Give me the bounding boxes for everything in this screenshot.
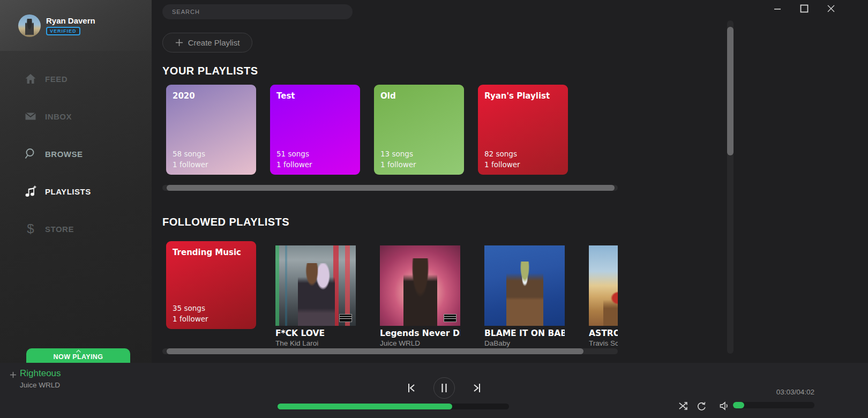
minimize-icon bbox=[774, 5, 781, 12]
track-artist[interactable]: Juice WRLD bbox=[20, 381, 60, 389]
playlist-card-2020[interactable]: 2020 58 songs 1 follower bbox=[166, 85, 256, 175]
scrollbar-thumb[interactable] bbox=[727, 27, 734, 155]
time-display: 03:03/04:02 bbox=[745, 388, 814, 396]
vertical-scrollbar[interactable] bbox=[727, 20, 734, 354]
playlist-title: Test bbox=[276, 91, 354, 101]
playlist-songs: 35 songs bbox=[173, 303, 208, 314]
plus-icon bbox=[175, 39, 183, 47]
playlist-followers: 1 follower bbox=[484, 159, 520, 170]
now-playing-label: NOW PLAYING bbox=[54, 353, 103, 361]
horizontal-scrollbar-your-playlists[interactable] bbox=[162, 185, 618, 191]
album-artist: The Kid Laroi bbox=[275, 339, 356, 347]
sidebar-item-label: INBOX bbox=[45, 112, 72, 121]
album-item-astroworld[interactable]: ASTROWORLD Travis Scott bbox=[589, 245, 618, 351]
album-item-blame-it-on-baby[interactable]: BLAME IT ON BABY DaBaby bbox=[484, 245, 565, 351]
album-art bbox=[484, 245, 565, 326]
sidebar-item-label: PLAYLISTS bbox=[45, 187, 91, 196]
sidebar: Ryan Davern VERIFIED FEED INBOX bbox=[0, 0, 152, 363]
main-content: Create Playlist YOUR PLAYLISTS 2020 58 s… bbox=[152, 0, 868, 363]
playlist-followers: 1 follower bbox=[276, 159, 312, 170]
playlist-card-old[interactable]: Old 13 songs 1 follower bbox=[374, 85, 464, 175]
sidebar-item-feed[interactable]: FEED bbox=[0, 67, 152, 91]
create-playlist-button[interactable]: Create Playlist bbox=[162, 33, 252, 53]
speaker-icon bbox=[719, 401, 730, 411]
parental-advisory-label bbox=[444, 314, 457, 322]
album-title: BLAME IT ON BABY bbox=[484, 329, 565, 338]
parental-advisory-label bbox=[339, 314, 352, 322]
playlist-followers: 1 follower bbox=[380, 159, 416, 170]
playlist-card-test[interactable]: Test 51 songs 1 follower bbox=[270, 85, 360, 175]
volume-fill bbox=[733, 402, 744, 408]
user-meta: Ryan Davern VERIFIED bbox=[46, 16, 95, 35]
album-title: ASTROWORLD bbox=[589, 329, 618, 338]
playlist-card-ryans-playlist[interactable]: Ryan's Playlist 82 songs 1 follower bbox=[478, 85, 568, 175]
your-playlists-row: 2020 58 songs 1 follower Test 51 songs 1… bbox=[166, 85, 582, 175]
album-item-fck-love[interactable]: F*CK LOVE The Kid Laroi bbox=[275, 245, 356, 351]
speaker-button[interactable] bbox=[719, 400, 730, 412]
next-icon bbox=[470, 382, 483, 394]
sidebar-item-label: FEED bbox=[45, 74, 68, 84]
next-track-button[interactable] bbox=[470, 381, 484, 395]
previous-track-button[interactable] bbox=[405, 381, 418, 395]
followed-playlists-row: Trending Music 35 songs 1 follower F*CK … bbox=[166, 241, 618, 351]
add-track-button[interactable] bbox=[10, 371, 17, 380]
sidebar-item-inbox[interactable]: INBOX bbox=[0, 104, 152, 128]
search-input[interactable] bbox=[162, 4, 353, 19]
playlist-songs: 51 songs bbox=[276, 148, 312, 159]
album-title: F*CK LOVE bbox=[275, 329, 356, 338]
horizontal-scrollbar-followed-playlists[interactable] bbox=[162, 348, 618, 354]
shuffle-button[interactable] bbox=[677, 400, 689, 412]
playlist-songs: 58 songs bbox=[173, 148, 208, 159]
album-artist: Juice WRLD bbox=[380, 339, 460, 347]
pause-icon bbox=[440, 383, 448, 393]
album-art bbox=[589, 245, 618, 326]
sidebar-item-browse[interactable]: BROWSE bbox=[0, 142, 152, 166]
create-playlist-label: Create Playlist bbox=[188, 38, 240, 47]
repeat-icon bbox=[696, 401, 706, 411]
verified-badge: VERIFIED bbox=[46, 27, 80, 35]
playlist-meta: 82 songs 1 follower bbox=[484, 148, 520, 170]
scrollbar-thumb[interactable] bbox=[167, 348, 583, 354]
user-name: Ryan Davern bbox=[46, 16, 95, 25]
album-title: Legends Never Die bbox=[380, 329, 460, 338]
envelope-icon bbox=[24, 109, 38, 123]
album-art bbox=[275, 245, 356, 326]
album-item-legends-never-die[interactable]: Legends Never Die Juice WRLD bbox=[380, 245, 460, 351]
sidebar-item-playlists[interactable]: PLAYLISTS bbox=[0, 180, 152, 203]
track-title[interactable]: Righteous bbox=[20, 368, 61, 379]
playlist-meta: 35 songs 1 follower bbox=[173, 303, 208, 324]
minimize-button[interactable] bbox=[772, 3, 783, 14]
playlist-meta: 13 songs 1 follower bbox=[380, 148, 416, 170]
now-playing-tab[interactable]: NOW PLAYING bbox=[26, 348, 130, 363]
playlist-title: Old bbox=[380, 91, 458, 101]
sidebar-item-store[interactable]: $ STORE bbox=[0, 217, 152, 241]
pause-button[interactable] bbox=[433, 377, 455, 399]
playlist-followers: 1 follower bbox=[173, 159, 208, 170]
repeat-button[interactable] bbox=[695, 400, 707, 412]
playlist-title: Trending Music bbox=[173, 248, 250, 257]
sidebar-item-label: BROWSE bbox=[45, 150, 83, 159]
maximize-button[interactable] bbox=[798, 3, 810, 14]
sidebar-nav: FEED INBOX BROWSE bbox=[0, 67, 152, 255]
music-note-plus-icon bbox=[24, 184, 38, 198]
followed-playlists-title: FOLLOWED PLAYLISTS bbox=[162, 216, 289, 228]
shuffle-icon bbox=[678, 401, 688, 411]
playlist-title: 2020 bbox=[173, 91, 250, 101]
plus-icon bbox=[10, 371, 17, 378]
previous-icon bbox=[405, 382, 418, 394]
user-profile[interactable]: Ryan Davern VERIFIED bbox=[0, 0, 152, 51]
progress-bar[interactable] bbox=[278, 404, 509, 409]
scrollbar-thumb[interactable] bbox=[167, 185, 615, 191]
playlist-songs: 13 songs bbox=[380, 148, 416, 159]
close-button[interactable] bbox=[825, 3, 837, 14]
avatar bbox=[18, 14, 41, 37]
playlist-card-trending-music[interactable]: Trending Music 35 songs 1 follower bbox=[166, 241, 256, 329]
playlist-meta: 51 songs 1 follower bbox=[276, 148, 312, 170]
dollar-icon: $ bbox=[24, 222, 38, 236]
playlist-title: Ryan's Playlist bbox=[484, 91, 562, 101]
album-artist: DaBaby bbox=[484, 339, 565, 347]
volume-slider[interactable] bbox=[733, 402, 814, 408]
home-icon bbox=[24, 72, 38, 86]
your-playlists-title: YOUR PLAYLISTS bbox=[162, 65, 258, 77]
maximize-icon bbox=[800, 4, 809, 13]
